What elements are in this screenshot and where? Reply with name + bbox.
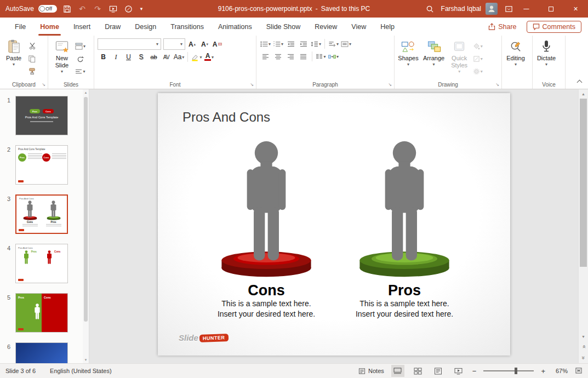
comments-button[interactable]: Comments — [527, 21, 581, 33]
slideshow-button[interactable] — [452, 365, 465, 377]
scrollbar-thumb[interactable] — [580, 99, 587, 267]
slide-layout-button[interactable]: ▾ — [75, 41, 86, 51]
new-slide-button[interactable]: New Slide ▾ — [49, 37, 75, 80]
pros-text-line2[interactable]: Insert your desired text here. — [356, 309, 453, 319]
copy-button[interactable] — [26, 53, 38, 64]
slide-canvas[interactable]: Pros And Cons Cons This is a sample text… — [89, 89, 578, 363]
thumbnail-slide-6[interactable]: 6 — [2, 342, 89, 363]
search-icon[interactable] — [425, 3, 436, 14]
thumbnail-slide-4[interactable]: 4 Pros And Cons Pros — [2, 244, 89, 283]
zoom-level[interactable]: 67% — [552, 368, 568, 374]
slide-sorter-view-button[interactable] — [412, 365, 425, 377]
font-color-button[interactable]: A ▾ — [203, 51, 215, 62]
tab-help[interactable]: Help — [373, 18, 402, 36]
shape-effects-button[interactable]: ▾ — [472, 66, 483, 77]
pros-text-line1[interactable]: This is a sample text here. — [359, 299, 449, 309]
minimize-button[interactable]: ─ — [514, 0, 539, 18]
zoom-out-button[interactable]: − — [472, 367, 477, 375]
slide-4-preview[interactable]: Pros And Cons Pros — [15, 244, 68, 283]
normal-view-button[interactable] — [391, 365, 404, 377]
save-icon[interactable] — [61, 3, 72, 14]
scroll-down-button[interactable]: ▼ — [579, 332, 588, 341]
character-spacing-button[interactable]: AV — [161, 51, 172, 62]
scroll-up-button[interactable]: ▲ — [579, 89, 588, 99]
cons-text-line1[interactable]: This is a sample text here. — [221, 299, 311, 309]
format-painter-button[interactable] — [26, 66, 38, 77]
text-direction-button[interactable]: ▾ — [328, 38, 339, 49]
bold-button[interactable]: B — [98, 51, 109, 62]
paragraph-dialog-launcher[interactable]: ↘ — [388, 83, 392, 87]
increase-indent-button[interactable] — [298, 38, 309, 49]
tab-transitions[interactable]: Transitions — [163, 18, 211, 36]
text-shadow-button[interactable]: S — [135, 51, 147, 62]
slide-1-preview[interactable]: Pros Cons Pros And Cons Template — [15, 96, 68, 135]
notes-button[interactable]: Notes — [358, 368, 384, 375]
section-button[interactable]: ▾ — [75, 66, 86, 77]
thumbnails-scrollbar-thumb[interactable] — [84, 97, 88, 322]
cons-text-line2[interactable]: Insert your desired text here. — [218, 309, 315, 319]
thumbnail-slide-2[interactable]: 2 Pros And Cons Template Pros Cons — [2, 145, 89, 185]
underline-button[interactable]: U — [123, 51, 134, 62]
tab-review[interactable]: Review — [307, 18, 344, 36]
shape-fill-button[interactable]: ▾ — [472, 41, 483, 51]
tab-home[interactable]: Home — [33, 18, 66, 36]
avatar[interactable] — [486, 3, 498, 15]
tab-file[interactable]: File — [8, 18, 33, 36]
italic-button[interactable]: I — [110, 51, 122, 62]
bullets-button[interactable]: ▾ — [260, 38, 271, 49]
line-spacing-button[interactable]: ▾ — [310, 38, 322, 49]
pros-person-figure[interactable] — [375, 140, 433, 261]
tab-animations[interactable]: Animations — [211, 18, 259, 36]
next-slide-button[interactable]: » — [578, 353, 588, 363]
columns-button[interactable]: ▾ — [315, 51, 327, 62]
zoom-slider[interactable] — [483, 370, 534, 371]
slide-title[interactable]: Pros And Cons — [182, 110, 270, 125]
zoom-slider-thumb[interactable] — [515, 368, 517, 374]
tab-insert[interactable]: Insert — [66, 18, 98, 36]
convert-smartart-button[interactable]: ▾ — [328, 51, 339, 62]
change-case-button[interactable]: Aa▾ — [173, 51, 185, 62]
slide-3-preview[interactable]: Pros And Cons Cons Pros — [15, 194, 68, 234]
qat-customize-chevron-icon[interactable]: ▾ — [138, 3, 145, 14]
reset-slide-button[interactable] — [75, 53, 86, 64]
cons-heading[interactable]: Cons — [248, 282, 285, 299]
drawing-dialog-launcher[interactable]: ↘ — [495, 83, 499, 87]
language-indicator[interactable]: English (United States) — [50, 368, 112, 374]
cons-person-figure[interactable] — [237, 140, 295, 261]
ribbon-display-options-icon[interactable] — [503, 3, 514, 14]
dictate-button[interactable]: Dictate ▾ — [534, 37, 559, 80]
tab-slide-show[interactable]: Slide Show — [259, 18, 308, 36]
reading-view-button[interactable] — [432, 365, 445, 377]
pros-heading[interactable]: Pros — [388, 282, 421, 299]
start-presentation-icon[interactable] — [107, 3, 118, 14]
shape-outline-button[interactable]: ▾ — [472, 53, 483, 64]
font-name-combobox[interactable]: ▾ — [98, 38, 161, 50]
tab-design[interactable]: Design — [128, 18, 163, 36]
shapes-button[interactable]: Shapes ▾ — [396, 37, 421, 80]
thumbnail-slide-1[interactable]: 1 Pros Cons Pros And Cons Template — [2, 96, 89, 135]
clipboard-dialog-launcher[interactable]: ↘ — [42, 83, 45, 87]
shrink-font-button[interactable]: A▾ — [199, 39, 210, 50]
autosave-toggle[interactable]: Off — [38, 5, 57, 13]
thumbnail-slide-5[interactable]: 5 Pros Cons — [2, 293, 89, 333]
strikethrough-button[interactable]: ab — [148, 51, 159, 62]
font-size-combobox[interactable]: ▾ — [163, 38, 185, 50]
slide-5-preview[interactable]: Pros Cons — [15, 293, 68, 333]
user-name[interactable]: Farshad Iqbal — [441, 5, 481, 13]
tab-view[interactable]: View — [344, 18, 373, 36]
previous-slide-button[interactable]: » — [578, 342, 588, 352]
slide-6-preview[interactable] — [15, 342, 68, 363]
font-dialog-launcher[interactable]: ↘ — [250, 83, 254, 87]
main-scrollbar[interactable]: ▲ ▼ » » — [578, 89, 588, 363]
thumbnails-scroll-up-icon[interactable]: ▲ — [84, 91, 88, 94]
grow-font-button[interactable]: A▴ — [186, 39, 198, 50]
arrange-button[interactable]: Arrange ▾ — [421, 37, 447, 80]
tab-draw[interactable]: Draw — [98, 18, 128, 36]
cut-button[interactable] — [26, 41, 38, 51]
scrollbar-track[interactable] — [579, 99, 588, 332]
slide-indicator[interactable]: Slide 3 of 6 — [5, 368, 36, 374]
quick-styles-button[interactable]: Quick Styles ▾ — [447, 37, 472, 80]
align-left-button[interactable] — [260, 51, 271, 62]
share-button[interactable]: Share — [488, 23, 516, 31]
numbering-button[interactable]: ▾ — [272, 38, 284, 49]
